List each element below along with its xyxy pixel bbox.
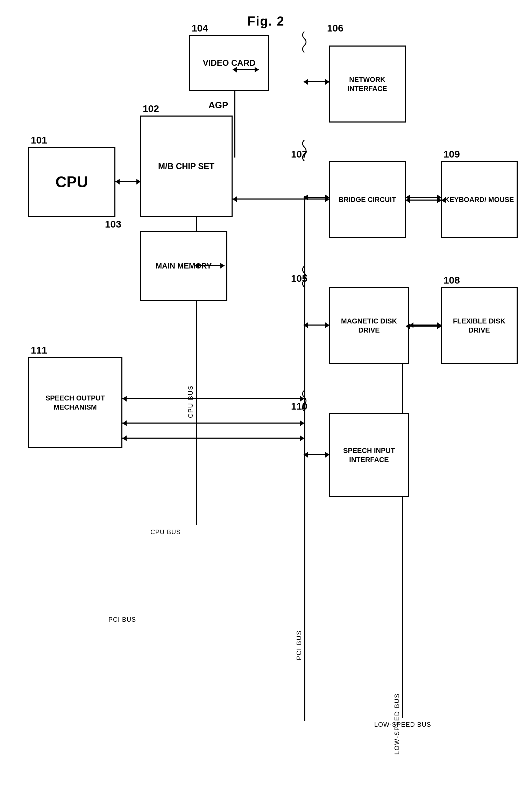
low-speed-bus-line [402, 315, 403, 718]
pci-bus-bottom-label: PCI BUS [108, 616, 136, 623]
keyboard-mouse-box: KEYBOARD/ MOUSE [441, 161, 518, 238]
keyboard-mouse-label: KEYBOARD/ MOUSE [445, 195, 514, 204]
speech-input-to-pci-arrow [304, 454, 329, 455]
video-card-label: VIDEO CARD [203, 57, 256, 68]
ref-101: 101 [31, 135, 47, 146]
main-memory-label: MAIN MEMORY [156, 261, 212, 271]
ref-108: 108 [444, 275, 460, 286]
magnetic-disk-box: MAGNETIC DISK DRIVE [329, 287, 409, 364]
wavy-106 [299, 32, 310, 53]
mb-to-video-arrow [233, 69, 259, 70]
figure-title: Fig. 2 [247, 14, 284, 29]
ref-111: 111 [31, 345, 47, 356]
lsb-to-flexible-arrow [406, 326, 441, 327]
speech-output-to-pci-arrow2 [122, 423, 304, 424]
diagram-container: Fig. 2 CPU M/B CHIP SET VIDEO CARD MAIN … [0, 0, 532, 795]
wavy-105 [299, 266, 310, 287]
network-to-pci-arrow [304, 81, 329, 82]
speech-output-lower-arrow [122, 438, 304, 439]
bridge-to-pci-arrow [304, 197, 329, 198]
cpu-bus-bottom-label: CPU BUS [150, 529, 181, 536]
low-speed-bus-bottom-label: LOW-SPEED BUS [374, 721, 431, 728]
ref-106: 106 [327, 23, 343, 34]
wavy-107 [299, 140, 310, 161]
speech-output-label: SPEECH OUTPUT MECHANISM [29, 393, 121, 412]
flexible-disk-box: FLEXIBLE DISK DRIVE [441, 287, 518, 364]
ref-109: 109 [444, 149, 460, 160]
ref-104: 104 [192, 23, 208, 34]
bridge-circuit-label: BRIDGE CIRCUIT [339, 195, 396, 204]
agp-line [234, 88, 235, 158]
network-interface-box: NETWORK INTERFACE [329, 46, 406, 123]
flexible-disk-label: FLEXIBLE DISK DRIVE [442, 316, 517, 335]
ref-102: 102 [143, 103, 159, 114]
bridge-to-keyboard-arrow [406, 200, 441, 201]
wavy-110 [299, 390, 310, 411]
magnetic-to-pci-arrow [304, 325, 329, 326]
bridge-circuit-box: BRIDGE CIRCUIT [329, 161, 406, 238]
mb-to-bridge-arrow [233, 198, 329, 200]
network-interface-label: NETWORK INTERFACE [330, 75, 405, 93]
video-card-box: VIDEO CARD [189, 35, 269, 91]
main-memory-box: MAIN MEMORY [140, 231, 227, 301]
speech-input-box: SPEECH INPUT INTERFACE [329, 413, 409, 497]
bridge-to-lsb-arrow [406, 197, 441, 198]
magnetic-disk-label: MAGNETIC DISK DRIVE [330, 316, 408, 335]
cpu-label: CPU [56, 172, 88, 192]
speech-output-box: SPEECH OUTPUT MECHANISM [28, 357, 122, 448]
cpu-bus-label: CPU BUS [187, 385, 194, 418]
cpu-box: CPU [28, 147, 115, 217]
speech-output-to-pci-arrow [122, 398, 304, 399]
agp-label: AGP [208, 100, 228, 111]
mb-chipset-box: M/B CHIP SET [140, 116, 233, 217]
mb-to-memory-arrow [195, 265, 225, 266]
mb-chipset-label: M/B CHIP SET [158, 161, 214, 172]
pci-bus-label: PCI BUS [296, 630, 303, 660]
cpu-to-mb-arrow [115, 181, 141, 182]
ref-103: 103 [105, 219, 121, 230]
speech-input-label: SPEECH INPUT INTERFACE [330, 446, 408, 464]
